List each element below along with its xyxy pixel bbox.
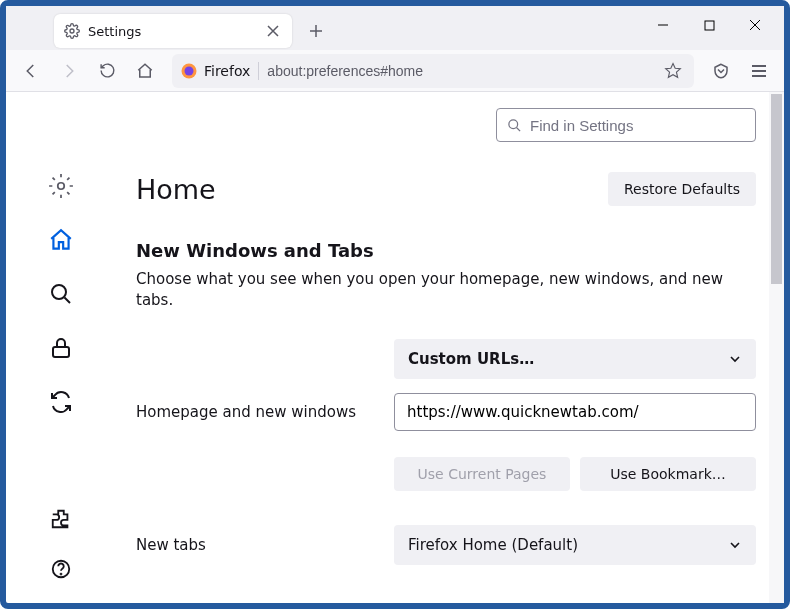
chevron-down-icon: [728, 538, 742, 552]
sidebar-privacy-icon[interactable]: [47, 334, 75, 362]
svg-point-8: [61, 574, 62, 575]
settings-main: Home Restore Defaults New Windows and Ta…: [116, 92, 784, 603]
firefox-icon: [180, 62, 198, 80]
chevron-down-icon: [728, 352, 742, 366]
homepage-url-input[interactable]: [394, 393, 756, 431]
svg-rect-1: [705, 21, 714, 30]
svg-point-4: [58, 183, 65, 190]
svg-point-5: [52, 285, 66, 299]
scrollbar[interactable]: [769, 92, 784, 603]
homepage-mode-select[interactable]: Custom URLs…: [394, 339, 756, 379]
sidebar-search-icon[interactable]: [47, 280, 75, 308]
svg-rect-6: [53, 347, 69, 357]
settings-sidebar: [6, 92, 116, 603]
newtabs-label: New tabs: [136, 536, 394, 554]
page-title: Home: [136, 174, 216, 205]
select-value: Custom URLs…: [408, 350, 534, 368]
close-icon[interactable]: [264, 22, 282, 40]
forward-button[interactable]: [52, 54, 86, 88]
sidebar-general-icon[interactable]: [47, 172, 75, 200]
restore-defaults-button[interactable]: Restore Defaults: [608, 172, 756, 206]
settings-search-box[interactable]: [496, 108, 756, 142]
search-icon: [507, 118, 522, 133]
reload-button[interactable]: [90, 54, 124, 88]
url-input[interactable]: [267, 63, 652, 79]
minimize-button[interactable]: [640, 6, 686, 44]
gear-icon: [64, 23, 80, 39]
pocket-button[interactable]: [704, 54, 738, 88]
tab-title: Settings: [88, 24, 256, 39]
maximize-button[interactable]: [686, 6, 732, 44]
browser-tab[interactable]: Settings: [54, 14, 292, 48]
svg-point-3: [185, 66, 194, 75]
section-title: New Windows and Tabs: [136, 240, 756, 261]
scrollbar-thumb[interactable]: [771, 94, 782, 284]
close-window-button[interactable]: [732, 6, 778, 44]
settings-search-input[interactable]: [530, 117, 745, 134]
sidebar-help-icon[interactable]: [47, 555, 75, 583]
identity-label: Firefox: [204, 63, 250, 79]
back-button[interactable]: [14, 54, 48, 88]
identity-box[interactable]: Firefox: [180, 62, 250, 80]
titlebar: Settings: [6, 6, 784, 50]
sidebar-home-icon[interactable]: [47, 226, 75, 254]
sidebar-sync-icon[interactable]: [47, 388, 75, 416]
sidebar-extensions-icon[interactable]: [47, 505, 75, 533]
homepage-field-label: Homepage and new windows: [136, 403, 394, 421]
svg-point-0: [70, 29, 74, 33]
url-bar[interactable]: Firefox: [172, 54, 694, 88]
use-bookmark-button[interactable]: Use Bookmark…: [580, 457, 756, 491]
separator: [258, 62, 259, 80]
navigation-toolbar: Firefox: [6, 50, 784, 92]
svg-point-9: [509, 119, 518, 128]
new-tab-button[interactable]: [300, 15, 332, 47]
bookmark-star-icon[interactable]: [660, 54, 686, 88]
section-description: Choose what you see when you open your h…: [136, 269, 756, 311]
select-value: Firefox Home (Default): [408, 536, 578, 554]
use-current-pages-button[interactable]: Use Current Pages: [394, 457, 570, 491]
app-menu-button[interactable]: [742, 54, 776, 88]
newtabs-select[interactable]: Firefox Home (Default): [394, 525, 756, 565]
home-button[interactable]: [128, 54, 162, 88]
